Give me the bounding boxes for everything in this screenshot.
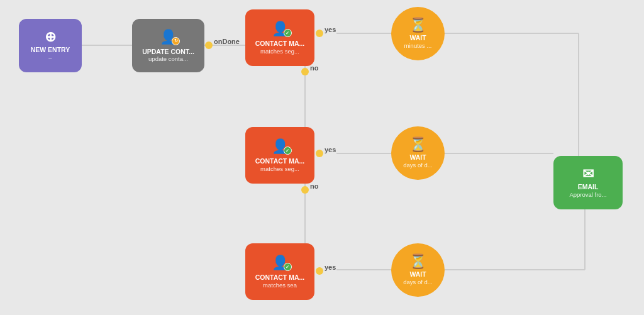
envelope-icon: ✉: [582, 167, 594, 181]
contact1-sub: matches seg...: [260, 48, 299, 55]
email-sub: Approval fro...: [569, 191, 606, 198]
wait1-title: WAIT: [409, 34, 426, 42]
contact2-title: CONTACT MA...: [255, 157, 305, 165]
ondone-label: onDone: [214, 38, 240, 45]
update-contact-sub: update conta...: [148, 55, 188, 62]
hourglass3-icon: ⏳: [409, 255, 426, 268]
wait2-sub: days of d...: [403, 162, 432, 169]
contact2-yes-dot: [316, 150, 323, 157]
ondone-dot: [205, 41, 213, 49]
new-entry-sub: –: [48, 54, 52, 61]
wait1-node[interactable]: ⏳ WAIT minutes ...: [391, 7, 445, 60]
new-entry-node[interactable]: ⊕ NEW ENTRY –: [19, 19, 82, 72]
contact3-yes-dot: [316, 267, 323, 275]
contact1-yes-dot: [316, 30, 323, 37]
wait2-node[interactable]: ⏳ WAIT days of d...: [391, 126, 445, 180]
wait2-title: WAIT: [409, 153, 426, 162]
workflow-canvas: ⊕ NEW ENTRY – 👤 ↻ UPDATE CONT... update …: [0, 0, 644, 315]
contact1-no-dot: [301, 68, 309, 75]
new-entry-title: NEW ENTRY: [31, 46, 70, 54]
wait3-title: WAIT: [409, 270, 426, 279]
contact3-yes-label: yes: [325, 263, 336, 271]
contact2-sub: matches seg...: [260, 165, 299, 172]
wait3-node[interactable]: ⏳ WAIT days of d...: [391, 243, 445, 297]
contact2-icon-wrapper: 👤 ✓: [272, 138, 289, 155]
contact3-node[interactable]: 👤 ✓ CONTACT MA... matches sea: [245, 243, 314, 300]
contact3-sub: matches sea: [263, 282, 297, 289]
contact1-title: CONTACT MA...: [255, 40, 305, 48]
contact2-node[interactable]: 👤 ✓ CONTACT MA... matches seg...: [245, 127, 314, 184]
contact1-no-label: no: [310, 64, 318, 72]
email-title: EMAIL: [578, 183, 599, 191]
update-contact-title: UPDATE CONT...: [142, 48, 194, 56]
contact3-title: CONTACT MA...: [255, 274, 305, 282]
wait3-sub: days of d...: [403, 279, 432, 285]
contact2-no-label: no: [310, 182, 318, 190]
refresh-badge: ↻: [172, 37, 180, 45]
contact2-yes-label: yes: [325, 146, 336, 153]
wait1-sub: minutes ...: [404, 42, 432, 49]
contact3-icon-wrapper: 👤 ✓: [272, 255, 289, 271]
contact1-icon-wrapper: 👤 ✓: [272, 21, 289, 37]
update-icon-wrapper: 👤 ↻: [160, 29, 177, 45]
contact2-check-badge: ✓: [284, 146, 292, 155]
contact1-node[interactable]: 👤 ✓ CONTACT MA... matches seg...: [245, 9, 314, 66]
hourglass1-icon: ⏳: [409, 18, 426, 32]
contact2-no-dot: [301, 186, 309, 194]
contact1-yes-label: yes: [325, 26, 336, 33]
email-node[interactable]: ✉ EMAIL Approval fro...: [553, 156, 623, 209]
contact1-check-badge: ✓: [284, 29, 292, 37]
plus-icon: ⊕: [45, 30, 56, 44]
contact3-check-badge: ✓: [284, 263, 292, 271]
hourglass2-icon: ⏳: [409, 138, 426, 152]
update-contact-node[interactable]: 👤 ↻ UPDATE CONT... update conta...: [132, 19, 204, 72]
